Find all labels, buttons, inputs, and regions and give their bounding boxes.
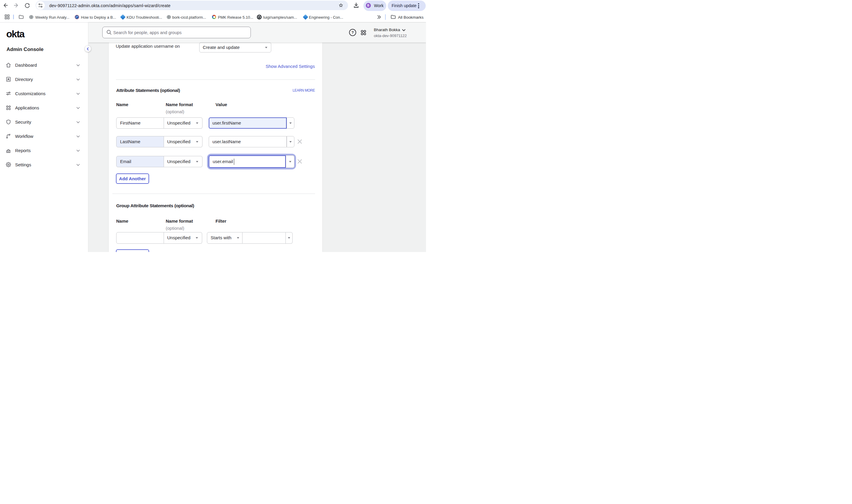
svg-text:?: ? [351,30,354,35]
